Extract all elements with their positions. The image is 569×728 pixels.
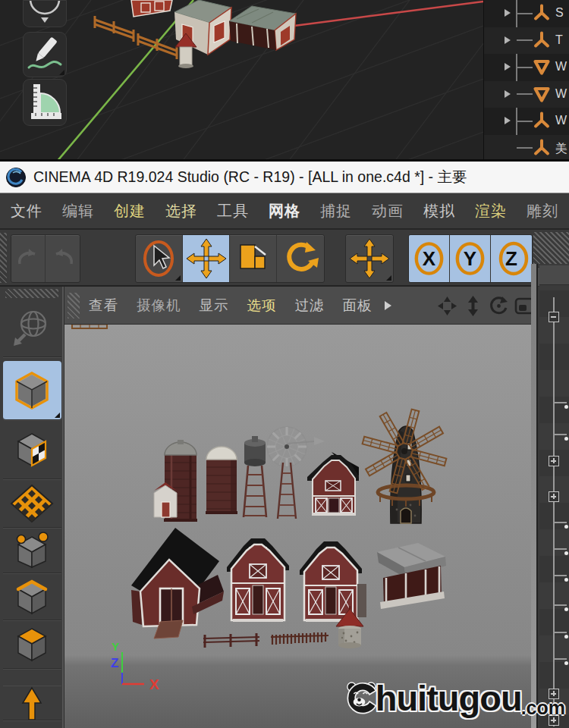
- menu-overflow-arrow[interactable]: [385, 301, 391, 310]
- lock-x-axis-button[interactable]: X: [409, 235, 450, 282]
- viewport-menu-item-显示[interactable]: 显示: [200, 296, 229, 315]
- view-zoom-button[interactable]: [462, 295, 484, 317]
- expand-caret-icon[interactable]: [505, 63, 511, 71]
- object-row-W[interactable]: W: [484, 54, 569, 81]
- menu-item-工具[interactable]: 工具: [217, 201, 249, 221]
- menu-item-文件[interactable]: 文件: [11, 201, 42, 221]
- viewport-menu-item-面板[interactable]: 面板: [343, 296, 373, 315]
- menu-item-模拟[interactable]: 模拟: [423, 201, 455, 221]
- null-object-icon: [533, 139, 551, 160]
- make-editable-button[interactable]: [3, 300, 61, 357]
- edges-mode-button[interactable]: [3, 573, 61, 620]
- rotate-tool[interactable]: [277, 235, 324, 282]
- texture-mode-button[interactable]: [3, 420, 61, 479]
- object-dot-icon[interactable]: [564, 437, 568, 441]
- object-row-W[interactable]: W: [484, 81, 569, 108]
- viewport-menu-item-摄像机[interactable]: 摄像机: [137, 296, 181, 315]
- tree-connector: [517, 147, 533, 149]
- toolbar-grip-handle[interactable]: [0, 233, 7, 283]
- model-dutch-windmill[interactable]: [72, 325, 446, 523]
- scale-icon: [231, 236, 276, 281]
- perspective-viewport[interactable]: Y Z X: [64, 325, 531, 728]
- undo-button[interactable]: [11, 235, 46, 282]
- object-row-美[interactable]: 美: [484, 135, 569, 162]
- object-dot-icon[interactable]: [564, 607, 568, 611]
- object-row-W[interactable]: W: [484, 108, 569, 135]
- enable-axis-button[interactable]: [3, 686, 61, 720]
- expand-caret-icon[interactable]: [505, 36, 511, 44]
- model-water-tower[interactable]: [244, 436, 266, 517]
- expand-node-button[interactable]: [549, 491, 559, 502]
- menu-bar: 文件编辑创建选择工具网格捕捉动画模拟渲染雕刻: [0, 193, 569, 230]
- menu-item-动画[interactable]: 动画: [372, 201, 404, 221]
- redo-button[interactable]: [46, 235, 80, 282]
- top-barn-partial-model[interactable]: [131, 0, 172, 17]
- secondary-viewport[interactable]: STWWW美: [0, 0, 569, 162]
- move-icon: [184, 236, 229, 281]
- viewport-menu-item-选项[interactable]: 选项: [247, 296, 277, 315]
- polygons-mode-button[interactable]: [3, 620, 61, 669]
- menu-item-网格[interactable]: 网格: [269, 201, 300, 221]
- zoom-icon: [463, 296, 483, 316]
- model-mode-button[interactable]: [3, 361, 61, 420]
- panel-grip-handle[interactable]: [533, 232, 569, 264]
- model-big-barn[interactable]: [131, 528, 224, 639]
- expand-node-button[interactable]: [549, 456, 559, 466]
- expand-caret-icon[interactable]: [505, 117, 511, 124]
- object-dot-icon[interactable]: [564, 661, 568, 665]
- edges-mode-icon: [9, 576, 55, 618]
- rotate-view-button[interactable]: [23, 0, 67, 27]
- measure-protractor-button[interactable]: [23, 79, 67, 126]
- viewport-grip-handle[interactable]: [68, 293, 80, 318]
- expand-caret-icon[interactable]: [505, 9, 511, 17]
- model-silo-with-shed[interactable]: [151, 440, 197, 522]
- move-tool-secondary[interactable]: [346, 235, 393, 282]
- model-open-stable[interactable]: [377, 543, 446, 609]
- view-rotate-button[interactable]: [488, 295, 510, 317]
- viewport-canvas: Y Z X: [64, 325, 531, 728]
- live-selection-tool[interactable]: [136, 235, 183, 282]
- workplane-mode-button[interactable]: [3, 479, 61, 528]
- panel-splitter[interactable]: [531, 264, 538, 728]
- viewport-menu-item-过滤[interactable]: 过滤: [295, 296, 325, 315]
- model-silo[interactable]: [206, 447, 237, 514]
- menu-item-编辑[interactable]: 编辑: [62, 201, 94, 221]
- collapse-node-button[interactable]: [549, 312, 559, 322]
- x-axis-line: [288, 2, 483, 27]
- tree-branch-line: [554, 604, 567, 606]
- object-dot-icon[interactable]: [564, 525, 568, 529]
- view-pan-button[interactable]: [436, 295, 458, 317]
- menu-item-捕捉[interactable]: 捕捉: [320, 201, 352, 221]
- model-picket-fence[interactable]: [271, 632, 329, 645]
- viewport-menu-item-查看[interactable]: 查看: [89, 296, 118, 315]
- tree-connector: [517, 67, 533, 68]
- top-stable-model[interactable]: [229, 6, 296, 50]
- palette-grip-handle[interactable]: [5, 289, 58, 298]
- menu-item-渲染[interactable]: 渲染: [475, 201, 507, 221]
- toolbar: X Y Z: [0, 230, 569, 287]
- object-dot-icon[interactable]: [564, 551, 568, 555]
- menu-item-雕刻[interactable]: 雕刻: [527, 201, 558, 221]
- menu-item-选择[interactable]: 选择: [165, 201, 197, 221]
- menu-item-创建[interactable]: 创建: [114, 201, 146, 221]
- mode-palette: [0, 287, 64, 728]
- model-small-barn[interactable]: [307, 452, 359, 516]
- object-label: W: [555, 60, 567, 74]
- object-row-S[interactable]: S: [484, 0, 569, 27]
- lock-z-axis-button[interactable]: Z: [491, 235, 532, 282]
- object-dot-icon[interactable]: [564, 635, 568, 639]
- scale-tool[interactable]: [230, 235, 277, 282]
- object-row-T[interactable]: T: [484, 27, 569, 55]
- model-rail-fence[interactable]: [203, 633, 259, 648]
- object-dot-icon[interactable]: [564, 578, 568, 582]
- expand-caret-icon[interactable]: [505, 90, 511, 98]
- lock-y-axis-button[interactable]: Y: [450, 235, 491, 282]
- points-mode-button[interactable]: [3, 528, 61, 573]
- model-gambrel-barn-1[interactable]: [227, 538, 289, 622]
- draw-pen-button[interactable]: [23, 32, 67, 77]
- axis-z-gizmo-label: Z: [111, 656, 118, 670]
- object-dot-icon[interactable]: [564, 405, 568, 409]
- object-label: W: [555, 87, 567, 101]
- move-tool[interactable]: [183, 235, 230, 282]
- model-gambrel-barn-2[interactable]: [300, 541, 366, 622]
